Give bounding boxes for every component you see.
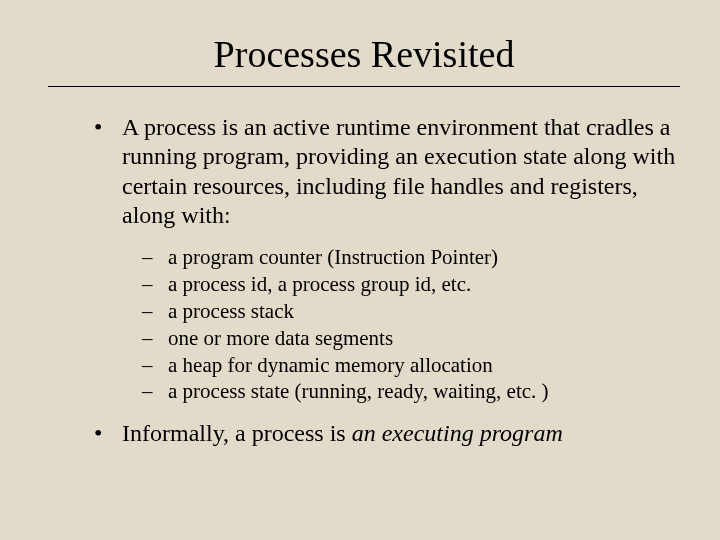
sub-item: a process state (running, ready, waiting… xyxy=(142,378,680,405)
sub-item: a process id, a process group id, etc. xyxy=(142,271,680,298)
bullet-informal: Informally, a process is an executing pr… xyxy=(94,419,680,448)
bullet-definition: A process is an active runtime environme… xyxy=(94,113,680,405)
sub-list: a program counter (Instruction Pointer) … xyxy=(142,244,680,405)
sub-item: a program counter (Instruction Pointer) xyxy=(142,244,680,271)
sub-item: a process stack xyxy=(142,298,680,325)
sub-item: one or more data segments xyxy=(142,325,680,352)
bullet-informal-emphasis: an executing program xyxy=(352,420,563,446)
sub-item: a heap for dynamic memory allocation xyxy=(142,352,680,379)
bullet-text: A process is an active runtime environme… xyxy=(122,114,675,228)
slide-title: Processes Revisited xyxy=(48,24,680,87)
bullet-informal-prefix: Informally, a process is xyxy=(122,420,352,446)
main-list: A process is an active runtime environme… xyxy=(48,113,680,449)
